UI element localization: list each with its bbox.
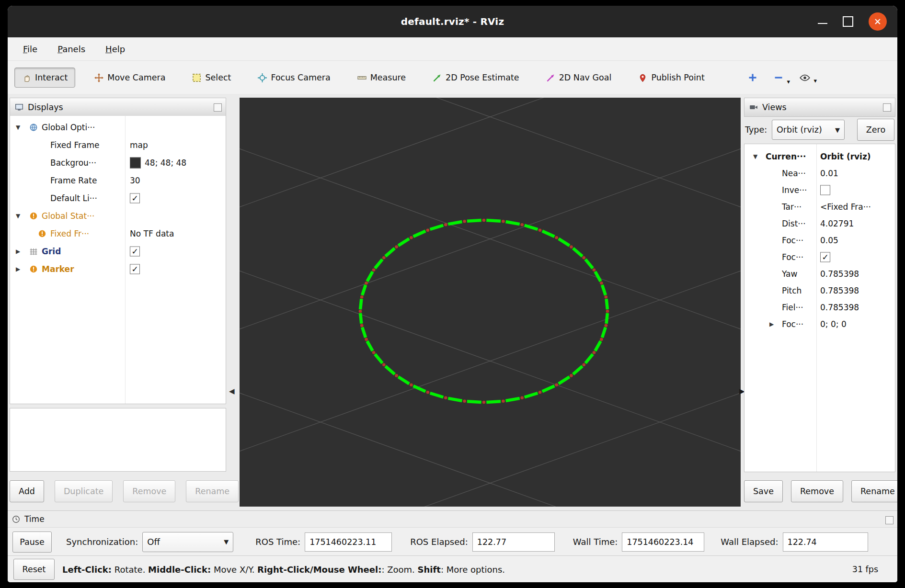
marker-point <box>502 220 505 223</box>
property-value[interactable]: ✓ <box>820 252 830 262</box>
view-type-dropdown[interactable]: Orbit (rviz) ▼ <box>772 120 845 140</box>
tool-focus-camera[interactable]: Focus Camera <box>250 68 338 88</box>
view-property-row[interactable]: ▼Curren···Orbit (rviz) <box>745 148 895 165</box>
display-row[interactable]: ▼Global Opti··· <box>10 118 226 136</box>
display-row[interactable]: Default Li···✓ <box>10 189 226 207</box>
collapse-icon[interactable]: ▼ <box>16 213 20 219</box>
checkbox[interactable]: ✓ <box>130 264 140 274</box>
property-value[interactable]: ✓ <box>130 193 140 203</box>
panel-float-button[interactable] <box>214 103 222 112</box>
tool-pose-estimate[interactable]: 2D Pose Estimate <box>425 68 527 88</box>
view-property-row[interactable]: Nea···0.01 <box>745 165 895 181</box>
time-field-value[interactable]: 122.77 <box>472 532 555 552</box>
minimize-button[interactable] <box>818 23 827 24</box>
add-tool-button[interactable] <box>748 73 757 82</box>
expand-icon[interactable]: ▶ <box>16 248 20 255</box>
property-value[interactable]: 0.785398 <box>820 269 859 279</box>
save-button[interactable]: Save <box>744 480 783 502</box>
property-value[interactable]: 0; 0; 0 <box>820 319 847 329</box>
displays-panel-header[interactable]: Displays <box>10 98 226 117</box>
tool-interact[interactable]: Interact <box>14 68 75 88</box>
property-value[interactable]: 0.05 <box>820 236 838 245</box>
menu-panels[interactable]: Panels <box>57 44 85 54</box>
property-value[interactable]: No TF data <box>130 229 174 238</box>
panel-float-button[interactable] <box>885 516 894 524</box>
view-property-row[interactable]: Foc···0.05 <box>745 232 895 249</box>
property-value[interactable]: ✓ <box>130 264 140 274</box>
display-row[interactable]: ▼Global Stat··· <box>10 207 226 225</box>
panel-float-button[interactable] <box>883 103 891 112</box>
view-property-row[interactable]: Yaw0.785398 <box>745 265 895 282</box>
remove-tool-button[interactable]: ▾ <box>774 73 783 82</box>
views-panel: Views Type: Orbit (rviz) ▼ Zero ▼Curren·… <box>744 98 895 507</box>
collapse-icon[interactable]: ▼ <box>16 124 20 131</box>
view-property-row[interactable]: ▶Foc···0; 0; 0 <box>745 316 895 332</box>
tool-measure[interactable]: Measure <box>350 68 413 88</box>
property-value-text: Orbit (rviz) <box>820 152 871 161</box>
property-value[interactable]: 0.01 <box>820 169 838 178</box>
splitter-collapse-left-icon[interactable]: ◀ <box>229 387 235 396</box>
zero-button[interactable]: Zero <box>857 119 894 141</box>
tool-nav-goal[interactable]: 2D Nav Goal <box>538 68 619 88</box>
menu-help[interactable]: Help <box>105 44 125 54</box>
checkbox[interactable]: ✓ <box>130 193 140 203</box>
view-property-row[interactable]: Inve··· <box>745 181 895 198</box>
expand-icon[interactable]: ▶ <box>16 266 20 272</box>
3d-scene[interactable] <box>240 98 741 507</box>
view-property-row[interactable]: Dist···4.02791 <box>745 215 895 232</box>
rename-button[interactable]: Rename <box>851 480 897 502</box>
color-swatch[interactable] <box>130 157 141 168</box>
menu-file[interactable]: File <box>23 44 37 54</box>
property-value[interactable]: map <box>130 140 148 150</box>
sync-dropdown[interactable]: Off ▼ <box>142 532 233 552</box>
tool-select[interactable]: Select <box>184 68 239 88</box>
time-field-value[interactable]: 122.74 <box>783 532 868 552</box>
display-row[interactable]: Fixed Framemap <box>10 136 226 154</box>
property-value[interactable]: Orbit (rviz) <box>820 152 871 161</box>
render-viewport[interactable] <box>240 98 741 507</box>
time-field-value[interactable]: 1751460223.11 <box>305 532 392 552</box>
view-property-row[interactable]: Tar···<Fixed Fra··· <box>745 198 895 215</box>
checkbox[interactable]: ✓ <box>820 252 830 262</box>
property-value[interactable]: ✓ <box>130 246 140 256</box>
display-row[interactable]: ▶Marker✓ <box>10 260 226 278</box>
add-button[interactable]: Add <box>10 480 44 502</box>
marker-point <box>395 245 398 249</box>
view-property-row[interactable]: Fiel···0.785398 <box>745 299 895 316</box>
close-button[interactable]: ✕ <box>869 12 887 31</box>
property-label: Inve··· <box>782 185 807 195</box>
pause-button[interactable]: Pause <box>12 531 52 553</box>
display-row[interactable]: Backgrou···48; 48; 48 <box>10 154 226 171</box>
display-row[interactable]: Fixed Fr···No TF data <box>10 225 226 242</box>
tool-publish-point[interactable]: Publish Point <box>630 68 712 88</box>
checkbox[interactable] <box>820 185 830 195</box>
pose-estimate-icon <box>433 73 442 82</box>
maximize-button[interactable] <box>843 16 853 27</box>
remove-button[interactable]: Remove <box>791 480 843 502</box>
property-value[interactable] <box>820 185 830 195</box>
views-panel-header[interactable]: Views <box>744 98 895 117</box>
reset-button[interactable]: Reset <box>13 559 55 580</box>
circle-marker-segment <box>467 401 481 402</box>
marker-point <box>463 220 466 223</box>
collapse-icon[interactable]: ▼ <box>753 153 757 160</box>
window-titlebar[interactable]: default.rviz* - RViz ✕ <box>8 6 897 37</box>
property-value[interactable]: 4.02791 <box>820 219 854 228</box>
display-row[interactable]: ▶Grid✓ <box>10 242 226 260</box>
property-value[interactable]: 48; 48; 48 <box>130 157 186 168</box>
tool-move-camera[interactable]: Move Camera <box>87 68 173 88</box>
tool-properties-button[interactable]: ▾ <box>800 74 810 81</box>
marker-point <box>426 391 430 394</box>
property-value[interactable]: 0.785398 <box>820 303 859 312</box>
time-panel-header[interactable]: Time <box>8 510 897 528</box>
view-property-row[interactable]: Foc···✓ <box>745 249 895 265</box>
property-value[interactable]: <Fixed Fra··· <box>820 202 871 212</box>
view-property-row[interactable]: Pitch0.785398 <box>745 282 895 299</box>
expand-icon[interactable]: ▶ <box>769 321 774 328</box>
checkbox[interactable]: ✓ <box>130 246 140 256</box>
display-row[interactable]: Frame Rate30 <box>10 171 226 189</box>
time-field-value[interactable]: 1751460223.14 <box>622 532 704 552</box>
property-value[interactable]: 0.785398 <box>820 286 859 295</box>
property-value[interactable]: 30 <box>130 176 140 185</box>
marker-point <box>555 383 558 386</box>
